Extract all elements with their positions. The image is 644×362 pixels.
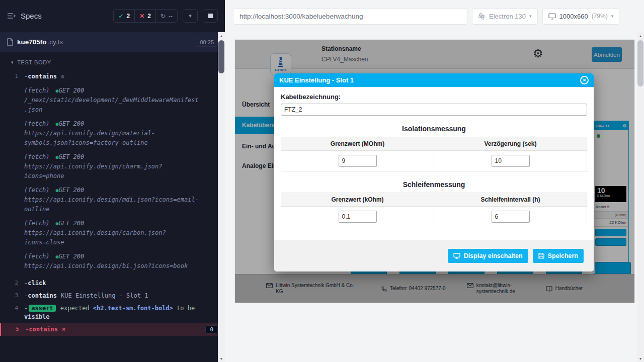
fetch-url: https://api.iconify.design/charm.json?ic…	[24, 163, 163, 179]
command-row-contains-1[interactable]: 1 -contains⚙	[0, 70, 225, 83]
electron-icon	[478, 13, 486, 20]
passed-icon: ✓	[118, 13, 123, 20]
fetch-status: GET 200	[59, 253, 85, 260]
failed-icon: ✕	[139, 13, 144, 20]
column-header: Grenzwert (MOhm)	[281, 137, 434, 151]
column-header: Grenzwert (kOhm)	[281, 193, 434, 207]
floppy-save-icon	[538, 253, 544, 259]
modal-header: KUE Einstellung - Slot 1 ×	[274, 73, 594, 87]
isolation-delay-input[interactable]	[492, 155, 530, 167]
chevron-down-icon: ▾	[189, 13, 192, 19]
fetch-label: (fetch)	[24, 87, 50, 94]
fetch-label: (fetch)	[24, 253, 50, 260]
url-input[interactable]	[233, 8, 467, 25]
viewport-selector[interactable]: 1000x660 (79%) ▾	[542, 8, 620, 25]
command-number: 5	[1, 325, 25, 332]
network-log[interactable]: (fetch)●GET 200 https://api.iconify.desi…	[24, 119, 201, 148]
scroll-up-icon[interactable]: ▲	[637, 32, 644, 39]
scroll-up-icon[interactable]: ▲	[218, 32, 225, 39]
assert-tail: to be	[177, 305, 195, 312]
column-header: Verzögerung (sek)	[434, 137, 587, 151]
network-log[interactable]: (fetch)●GET 200 https://api.iconify.desi…	[24, 186, 201, 214]
loop-limit-input[interactable]	[339, 211, 377, 223]
match-count-badge: 0	[205, 325, 218, 334]
chevron-down-icon: ▾	[529, 14, 532, 19]
command-number: 1	[0, 72, 24, 79]
fetch-status: GET 200	[59, 153, 85, 160]
network-log[interactable]: (fetch)●GET 200 https://api.iconify.desi…	[24, 219, 201, 247]
fetch-label: (fetch)	[24, 120, 50, 127]
spec-name: kue705fo	[17, 38, 47, 46]
fetch-label: (fetch)	[24, 153, 50, 160]
loop-interval-input[interactable]	[492, 211, 530, 223]
network-log[interactable]: (fetch)●GET 200 https://api.iconify.desi…	[24, 252, 201, 271]
fetch-url: https://api.iconify.design/material-symb…	[24, 130, 155, 146]
command-method: contains	[29, 326, 58, 333]
scrollbar-thumb[interactable]	[637, 40, 643, 86]
fetch-status: GET 200	[59, 220, 85, 227]
isolation-section-title: Isolationsmessung	[281, 125, 587, 133]
stat-failed: ✕2	[135, 10, 156, 22]
isolation-limit-input[interactable]	[339, 155, 377, 167]
network-log[interactable]: (fetch)●GET 200 /_next/static/developmen…	[24, 86, 201, 115]
assert-visible: visible	[24, 313, 50, 320]
app-under-test: Stationsname CPLV4_Maschen ⚙ Abmelden LI…	[235, 40, 634, 303]
screen: Specs ✓2 ✕2 ↻-- ▾ kue705fo .cy.ts 00:25 …	[0, 0, 644, 362]
modal-title: KUE Einstellung - Slot 1	[279, 76, 354, 84]
column-header: Schleifenintervall (h)	[434, 193, 587, 207]
aut-panel: Electron 130 ▾ 1000x660 (79%) ▾ Stations…	[225, 0, 644, 362]
modal-body: Kabelbezeichnung: Isolationsmessung Gren…	[274, 87, 594, 240]
command-number: 4	[0, 304, 24, 311]
loop-section-title: Schleifenmessung	[281, 180, 587, 189]
test-stats[interactable]: ✓2 ✕2 ↻--	[113, 9, 178, 23]
monitor-icon	[548, 13, 556, 20]
browser-name: Electron 130	[489, 13, 526, 20]
failed-count: 2	[147, 13, 151, 20]
command-method: contains	[28, 73, 57, 80]
stat-passed: ✓2	[114, 10, 135, 22]
assert-subject: <h2.text-sm.font-bold>	[93, 305, 173, 312]
spec-extension: .cy.ts	[48, 38, 63, 46]
spec-file-row[interactable]: kue705fo .cy.ts 00:25	[0, 32, 225, 52]
reporter-header: Specs ✓2 ✕2 ↻-- ▾	[0, 0, 225, 32]
chain-dash: -	[24, 305, 28, 312]
monitor-icon	[453, 253, 460, 259]
specs-label[interactable]: Specs	[21, 12, 42, 20]
cable-name-input[interactable]	[281, 104, 587, 116]
scrollbar-thumb[interactable]	[218, 40, 224, 73]
network-log[interactable]: (fetch)●GET 200 https://api.iconify.desi…	[24, 152, 201, 181]
fetch-status: GET 200	[59, 87, 85, 94]
display-on-button[interactable]: Display einschalten	[448, 249, 528, 263]
fetch-label: (fetch)	[24, 220, 50, 227]
assert-badge: assert	[29, 305, 55, 312]
command-row-contains-failed[interactable]: 5 -contains× 0	[0, 323, 225, 336]
pending-icon: ↻	[160, 13, 166, 20]
command-row-assert[interactable]: 4 -assert expected <h2.text-sm.font-bold…	[0, 302, 225, 323]
scroll-down-icon[interactable]: ▼	[637, 355, 644, 362]
fetch-label: (fetch)	[24, 187, 50, 194]
command-log: 1 -contains⚙ (fetch)●GET 200 /_next/stat…	[0, 70, 225, 336]
aut-topbar: Electron 130 ▾ 1000x660 (79%) ▾	[225, 0, 644, 32]
main-scrollbar[interactable]: ▲ ▼	[637, 32, 644, 362]
cable-name-label: Kabelbezeichnung:	[281, 93, 587, 101]
browser-selector[interactable]: Electron 130 ▾	[472, 8, 538, 25]
command-row-click[interactable]: 2 -click	[0, 277, 225, 290]
fetch-status: GET 200	[59, 187, 85, 194]
fail-x-icon: ×	[62, 326, 65, 333]
isolation-table: Grenzwert (MOhm) Verzögerung (sek)	[281, 137, 587, 171]
close-icon[interactable]: ×	[580, 76, 589, 84]
cypress-reporter: Specs ✓2 ✕2 ↻-- ▾ kue705fo .cy.ts 00:25 …	[0, 0, 225, 362]
assert-expected: expected	[60, 305, 90, 312]
stop-button[interactable]	[203, 9, 218, 23]
test-body-label: TEST BODY	[17, 59, 51, 65]
scroll-down-icon[interactable]: ▼	[218, 355, 225, 362]
test-body-toggle[interactable]: ▾ TEST BODY	[0, 52, 225, 70]
collapse-button[interactable]: ▾	[183, 9, 198, 23]
command-row-contains-2[interactable]: 3 -containsKUE Einstellung - Slot 1	[0, 290, 225, 302]
gear-icon: ⚙	[61, 73, 64, 80]
spec-duration: 00:25	[196, 38, 218, 47]
save-button[interactable]: Speichern	[533, 249, 584, 263]
modal-footer: Display einschalten Speichern	[274, 240, 594, 272]
specs-menu-icon[interactable]	[7, 13, 16, 19]
reporter-scrollbar[interactable]: ▲ ▼	[218, 32, 225, 362]
